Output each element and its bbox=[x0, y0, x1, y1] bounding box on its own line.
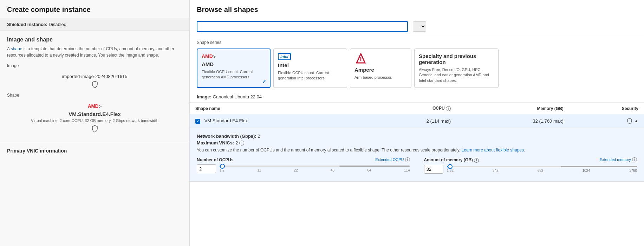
intel-card-desc: Flexible OCPU count. Current generation … bbox=[278, 70, 343, 81]
ocpu-track-container: 1 2 12 22 43 64 114 bbox=[220, 166, 410, 172]
memory-track-container: 1 32 342 683 1024 1760 bbox=[447, 166, 637, 173]
row-security: ▲ bbox=[569, 114, 644, 128]
page-title: Create compute instance bbox=[0, 0, 189, 18]
image-shape-desc: A shape is a template that determines th… bbox=[7, 46, 182, 58]
ocpu-slider-label: Number of OCPUs Extended OCPU i bbox=[197, 157, 410, 162]
shape-name: VM.Standard.E4.Flex bbox=[69, 111, 121, 117]
search-bar-area bbox=[190, 18, 644, 35]
series-card-intel[interactable]: intel Intel Flexible OCPU count. Current… bbox=[273, 48, 347, 88]
image-label: Image: bbox=[197, 94, 212, 99]
shielded-value: Disabled bbox=[49, 22, 67, 27]
image-label-line: Image: Canonical Ubuntu 22.04 bbox=[190, 91, 644, 103]
flexible-link[interactable]: Learn more about flexible shapes. bbox=[462, 148, 525, 153]
image-and-shape-section: Image and shape A shape is a template th… bbox=[0, 31, 189, 143]
networking-section: Primary VNIC information bbox=[0, 143, 189, 158]
shape-field-label: Shape bbox=[7, 93, 182, 98]
shape-table: Shape name OCPU i Memory (GB) Security ✓… bbox=[190, 103, 644, 128]
vnics-info-icon[interactable]: i bbox=[239, 141, 244, 145]
intel-card-title: Intel bbox=[278, 62, 343, 68]
ocpu-label-text: Number of OCPUs bbox=[197, 157, 234, 162]
series-cards-container: AMD▷ AMD Flexible OCPU count. Current ge… bbox=[197, 48, 637, 88]
networking-title: Primary VNIC information bbox=[7, 148, 182, 154]
col-shape-name: Shape name bbox=[190, 103, 361, 114]
image-shape-title: Image and shape bbox=[7, 37, 182, 43]
amd-logo: AMD▷ bbox=[88, 103, 102, 109]
memory-input-row: 1 32 342 683 1024 1760 bbox=[424, 165, 637, 174]
shield-icon bbox=[91, 80, 99, 89]
specialty-card-title: Specialty and previous generation bbox=[419, 53, 494, 65]
table-row[interactable]: ✓ VM.Standard.E4.Flex 2 (114 max) 32 (1,… bbox=[190, 114, 644, 128]
shape-series-section: Shape series AMD▷ AMD Flexible OCPU coun… bbox=[190, 35, 644, 91]
memory-ticks: 1 32 342 683 1024 1760 bbox=[447, 169, 637, 173]
image-value: Canonical Ubuntu 22.04 bbox=[213, 94, 262, 99]
ocpu-memory-row: Number of OCPUs Extended OCPU i 1 2 bbox=[197, 157, 637, 176]
checkbox[interactable]: ✓ bbox=[195, 119, 200, 124]
memory-track bbox=[447, 166, 637, 167]
shielded-bar: Shielded instance: Disabled bbox=[0, 18, 189, 31]
intel-logo-card: intel bbox=[278, 53, 343, 60]
memory-input[interactable] bbox=[424, 165, 443, 174]
amd-checkmark: ✓ bbox=[262, 79, 266, 84]
search-input[interactable] bbox=[197, 21, 408, 32]
image-field-label: Image bbox=[7, 63, 182, 68]
shape-description: Virtual machine, 2 core OCPU, 32 GB memo… bbox=[31, 118, 158, 123]
amd-card-title: AMD bbox=[202, 61, 266, 67]
flexible-desc-line: You can customize the number of OCPUs an… bbox=[197, 148, 637, 153]
shape-link[interactable]: shape bbox=[11, 46, 22, 51]
ocpu-slider-group: Number of OCPUs Extended OCPU i 1 2 bbox=[197, 157, 410, 176]
row-checkbox-name: ✓ VM.Standard.E4.Flex bbox=[190, 114, 361, 128]
ocpu-track bbox=[220, 166, 410, 167]
series-card-ampere[interactable]: Ampere Arm-based processor. bbox=[350, 48, 411, 88]
memory-extended-label: Extended memory i bbox=[600, 157, 637, 162]
memory-slider-group: Amount of memory (GB) i Extended memory … bbox=[424, 157, 637, 176]
memory-thumb[interactable] bbox=[448, 164, 453, 169]
image-item: imported-image-20240826-1615 bbox=[7, 70, 182, 93]
ocpu-ticks: 1 2 12 22 43 64 114 bbox=[220, 168, 410, 172]
ocpu-thumb[interactable] bbox=[220, 164, 225, 169]
network-bandwidth-line: Network bandwidth (Gbps): 2 bbox=[197, 134, 637, 139]
ocpu-info-icon[interactable]: i bbox=[446, 106, 451, 111]
col-ocpu: OCPU i bbox=[361, 103, 456, 114]
security-shield-icon bbox=[626, 118, 633, 124]
max-vnics-line: Maximum VNICs: 2 i bbox=[197, 140, 637, 145]
shape-series-label: Shape series bbox=[197, 40, 637, 45]
memory-label-text: Amount of memory (GB) i bbox=[424, 157, 479, 163]
shape-row-name: VM.Standard.E4.Flex bbox=[204, 118, 248, 123]
row-expand-toggle[interactable]: ▲ bbox=[634, 118, 638, 123]
ocpu-ext-info[interactable]: i bbox=[405, 157, 410, 162]
specialty-card-desc: Always Free, Dense I/O, GPU, HPC, Generi… bbox=[419, 67, 494, 83]
right-panel: Browse all shapes Shape series AMD▷ AMD … bbox=[190, 0, 644, 246]
memory-slider-label: Amount of memory (GB) i Extended memory … bbox=[424, 157, 637, 163]
amd-logo-card: AMD▷ bbox=[202, 53, 266, 59]
shape-item: AMD▷ VM.Standard.E4.Flex Virtual machine… bbox=[7, 100, 182, 137]
series-card-amd[interactable]: AMD▷ AMD Flexible OCPU count. Current ge… bbox=[197, 48, 271, 88]
col-security: Security bbox=[569, 103, 644, 114]
col-memory: Memory (GB) bbox=[456, 103, 569, 114]
expanded-detail: Network bandwidth (Gbps): 2 Maximum VNIC… bbox=[190, 128, 644, 182]
shape-shield-icon bbox=[91, 125, 99, 134]
ocpu-input-row: 1 2 12 22 43 64 114 bbox=[197, 164, 410, 173]
ampere-logo-card bbox=[354, 53, 407, 65]
memory-ext-info[interactable]: i bbox=[632, 157, 637, 162]
memory-info-icon[interactable]: i bbox=[474, 158, 479, 163]
amd-card-desc: Flexible OCPU count. Current generation … bbox=[202, 69, 266, 80]
filter-select[interactable] bbox=[413, 21, 426, 32]
image-name: imported-image-20240826-1615 bbox=[62, 74, 128, 79]
ocpu-input[interactable] bbox=[197, 164, 216, 173]
shielded-label: Shielded instance: bbox=[7, 22, 47, 27]
ampere-card-desc: Arm-based processor. bbox=[354, 75, 407, 80]
ocpu-extended-label: Extended OCPU i bbox=[375, 157, 410, 162]
series-card-specialty[interactable]: Specialty and previous generation Always… bbox=[414, 48, 499, 88]
row-memory: 32 (1,760 max) bbox=[456, 114, 569, 128]
ocpu-extended-track bbox=[339, 166, 410, 167]
left-panel: Create compute instance Shielded instanc… bbox=[0, 0, 190, 246]
row-ocpu: 2 (114 max) bbox=[361, 114, 456, 128]
ampere-card-title: Ampere bbox=[354, 67, 407, 73]
memory-extended-track bbox=[561, 166, 637, 167]
browse-title: Browse all shapes bbox=[190, 0, 644, 18]
